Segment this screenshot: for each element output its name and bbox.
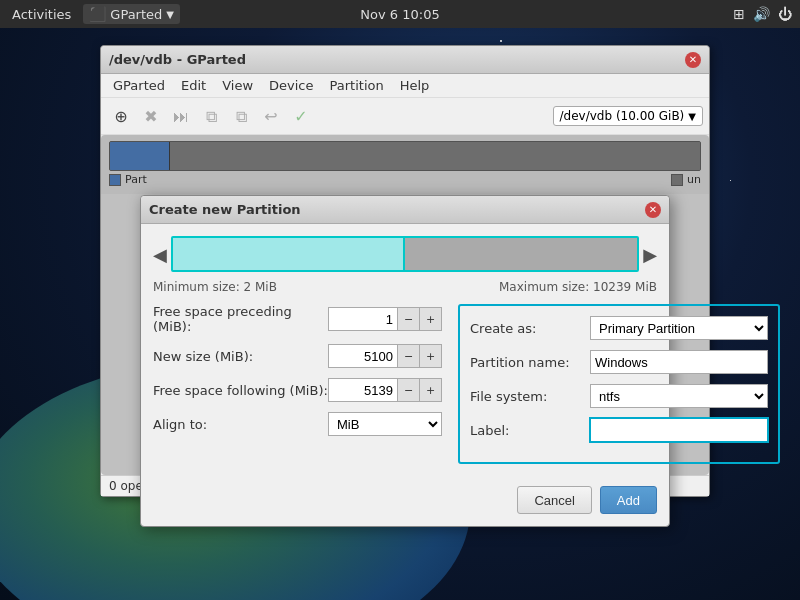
create-as-select[interactable]: Primary Partition Extended Partition Log… <box>590 316 768 340</box>
window-close-button[interactable]: ✕ <box>685 52 701 68</box>
free-space-following-label: Free space following (MiB): <box>153 383 328 398</box>
toolbar-copy-btn: ⧉ <box>197 102 225 130</box>
free-space-following-increment[interactable]: + <box>420 378 442 402</box>
free-space-following-input-group: − + <box>328 378 442 402</box>
dialog-overlay: Create new Partition ✕ ◀ ▶ <box>101 135 709 475</box>
app-name-label: GParted <box>110 7 162 22</box>
size-info: Minimum size: 2 MiB Maximum size: 10239 … <box>153 280 657 294</box>
app-indicator[interactable]: ⬛ GParted ▼ <box>83 4 180 24</box>
device-selector[interactable]: /dev/vdb (10.00 GiB) ▼ <box>553 106 703 126</box>
partition-name-label: Partition name: <box>470 355 590 370</box>
file-system-row: File system: ntfs ext4 ext3 fat32 linux-… <box>470 384 768 408</box>
file-system-select[interactable]: ntfs ext4 ext3 fat32 linux-swap <box>590 384 768 408</box>
app-icon: ⬛ <box>89 6 106 22</box>
network-icon: ⊞ <box>733 6 745 22</box>
dialog-right-column: Create as: Primary Partition Extended Pa… <box>458 304 780 464</box>
label-input[interactable] <box>590 418 768 442</box>
pv-right-arrow-icon: ▶ <box>643 244 657 265</box>
volume-icon: 🔊 <box>753 6 770 22</box>
window-title: /dev/vdb - GParted <box>109 52 246 67</box>
free-space-following-decrement[interactable]: − <box>398 378 420 402</box>
menu-help[interactable]: Help <box>392 76 438 95</box>
menu-gparted[interactable]: GParted <box>105 76 173 95</box>
label-row: Label: <box>470 418 768 442</box>
new-size-increment[interactable]: + <box>420 344 442 368</box>
new-size-input-group: − + <box>328 344 442 368</box>
dialog-body: ◀ ▶ Minimum size: 2 MiB Maximum size: 10… <box>141 224 669 476</box>
min-size-label: Minimum size: 2 MiB <box>153 280 277 294</box>
partition-visual: ◀ ▶ <box>153 236 657 272</box>
pv-remaining-segment <box>405 238 637 270</box>
free-space-preceding-decrement[interactable]: − <box>398 307 420 331</box>
toolbar-apply-btn: ✓ <box>287 102 315 130</box>
free-space-preceding-row: Free space preceding (MiB): − + <box>153 304 442 334</box>
activities-button[interactable]: Activities <box>8 7 75 22</box>
menu-view[interactable]: View <box>214 76 261 95</box>
dialog-left-column: Free space preceding (MiB): − + New size… <box>153 304 442 464</box>
dialog-title: Create new Partition <box>149 202 301 217</box>
new-size-decrement[interactable]: − <box>398 344 420 368</box>
create-as-row: Create as: Primary Partition Extended Pa… <box>470 316 768 340</box>
toolbar-skip-btn: ⏭ <box>167 102 195 130</box>
menu-device[interactable]: Device <box>261 76 321 95</box>
top-bar-left: Activities ⬛ GParted ▼ <box>0 4 180 24</box>
toolbar-undo-btn: ↩ <box>257 102 285 130</box>
free-space-following-input[interactable] <box>328 378 398 402</box>
pv-selected-segment <box>173 238 405 270</box>
align-to-select[interactable]: MiB Cylinder None <box>328 412 442 436</box>
device-label: /dev/vdb (10.00 GiB) <box>560 109 685 123</box>
toolbar-new-btn[interactable]: ⊕ <box>107 102 135 130</box>
window-content: Part un Create new Partition ✕ ◀ <box>101 135 709 475</box>
dialog-close-button[interactable]: ✕ <box>645 202 661 218</box>
align-to-row: Align to: MiB Cylinder None <box>153 412 442 436</box>
free-space-preceding-input-group: − + <box>328 307 442 331</box>
max-size-label: Maximum size: 10239 MiB <box>499 280 657 294</box>
power-icon: ⏻ <box>778 6 792 22</box>
dialog-buttons: Cancel Add <box>141 476 669 526</box>
free-space-preceding-input[interactable] <box>328 307 398 331</box>
new-size-row: New size (MiB): − + <box>153 344 442 368</box>
add-button[interactable]: Add <box>600 486 657 514</box>
top-bar: Activities ⬛ GParted ▼ Nov 6 10:05 ⊞ 🔊 ⏻ <box>0 0 800 28</box>
device-dropdown-icon: ▼ <box>688 111 696 122</box>
create-partition-dialog: Create new Partition ✕ ◀ ▶ <box>140 195 670 527</box>
free-space-following-row: Free space following (MiB): − + <box>153 378 442 402</box>
partition-name-input[interactable] <box>590 350 768 374</box>
pv-left-arrow-icon: ◀ <box>153 244 167 265</box>
align-to-label: Align to: <box>153 417 328 432</box>
file-system-label: File system: <box>470 389 590 404</box>
dialog-titlebar: Create new Partition ✕ <box>141 196 669 224</box>
align-to-input-group: MiB Cylinder None <box>328 412 442 436</box>
pv-bar <box>171 236 639 272</box>
free-space-preceding-label: Free space preceding (MiB): <box>153 304 328 334</box>
new-size-label: New size (MiB): <box>153 349 328 364</box>
create-as-label: Create as: <box>470 321 590 336</box>
dialog-columns: Free space preceding (MiB): − + New size… <box>153 304 657 464</box>
top-bar-right: ⊞ 🔊 ⏻ <box>733 6 800 22</box>
menubar: GParted Edit View Device Partition Help <box>101 74 709 98</box>
toolbar-stop-btn: ✖ <box>137 102 165 130</box>
partition-name-row: Partition name: <box>470 350 768 374</box>
menu-edit[interactable]: Edit <box>173 76 214 95</box>
new-size-input[interactable] <box>328 344 398 368</box>
label-field-label: Label: <box>470 423 590 438</box>
menu-partition[interactable]: Partition <box>322 76 392 95</box>
cancel-button[interactable]: Cancel <box>517 486 591 514</box>
free-space-preceding-increment[interactable]: + <box>420 307 442 331</box>
window-titlebar: /dev/vdb - GParted ✕ <box>101 46 709 74</box>
gparted-window: /dev/vdb - GParted ✕ GParted Edit View D… <box>100 45 710 497</box>
app-menu-arrow: ▼ <box>166 9 174 20</box>
toolbar: ⊕ ✖ ⏭ ⧉ ⧉ ↩ ✓ /dev/vdb (10.00 GiB) ▼ <box>101 98 709 135</box>
top-bar-datetime: Nov 6 10:05 <box>360 7 439 22</box>
toolbar-paste-btn: ⧉ <box>227 102 255 130</box>
